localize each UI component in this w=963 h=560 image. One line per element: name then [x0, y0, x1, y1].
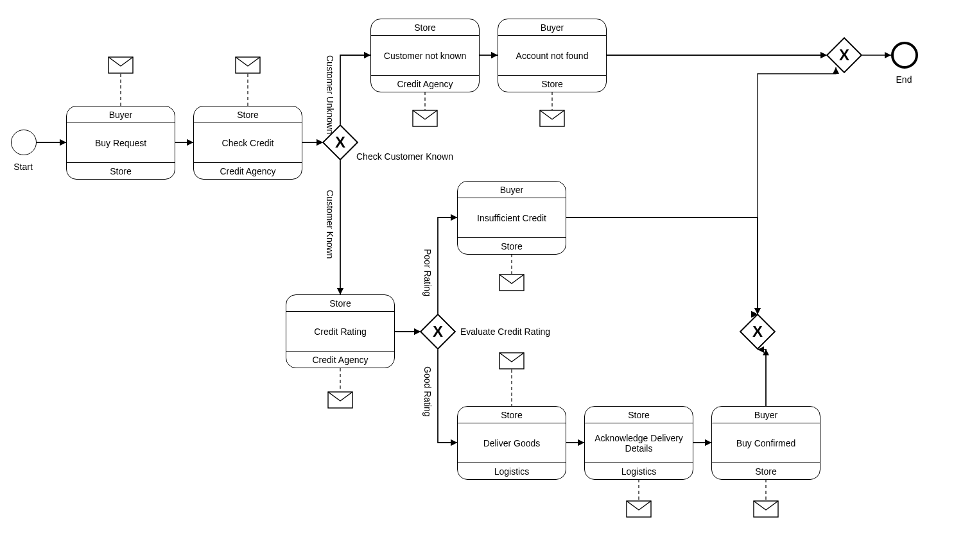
task-title: Buy Confirmed	[712, 423, 820, 462]
task-title: Insufficient Credit	[458, 198, 566, 237]
task-title: Account not found	[498, 36, 606, 75]
start-event	[11, 130, 37, 155]
task-title: Check Credit	[194, 123, 302, 162]
task-title: Acknowledge Delivery Details	[585, 423, 693, 462]
gateway-label-evaluate-credit: Evaluate Credit Rating	[460, 327, 550, 337]
task-buy-confirmed: Buyer Buy Confirmed Store	[711, 406, 820, 480]
task-check-credit: Store Check Credit Credit Agency	[193, 106, 302, 180]
task-account-not-found: Buyer Account not found Store	[498, 19, 607, 92]
task-title: Buy Request	[67, 123, 175, 162]
gateway-evaluate-credit-rating: X	[420, 314, 456, 350]
message-icon	[499, 352, 525, 369]
task-footer: Store	[458, 237, 566, 254]
message-icon	[108, 56, 134, 74]
task-header: Store	[286, 295, 394, 312]
task-footer: Credit Agency	[194, 162, 302, 179]
task-footer: Store	[498, 75, 606, 92]
flow-label-poor-rating: Poor Rating	[422, 237, 433, 308]
task-footer: Store	[712, 462, 820, 479]
task-customer-not-known: Store Customer not known Credit Agency	[370, 19, 480, 92]
message-icon	[327, 391, 353, 409]
message-icon	[626, 500, 652, 518]
task-footer: Logistics	[458, 462, 566, 479]
task-footer: Logistics	[585, 462, 693, 479]
task-credit-rating: Store Credit Rating Credit Agency	[286, 294, 395, 368]
message-icon	[539, 110, 565, 127]
task-header: Store	[458, 407, 566, 423]
task-ack-delivery: Store Acknowledge Delivery Details Logis…	[584, 406, 693, 480]
end-label: End	[885, 74, 923, 85]
task-header: Store	[585, 407, 693, 423]
message-icon	[499, 274, 525, 291]
gateway-merge-upper: X	[826, 37, 863, 74]
start-label: Start	[4, 162, 42, 172]
message-icon	[412, 110, 438, 127]
task-header: Buyer	[67, 106, 175, 123]
flow-label-good-rating: Good Rating	[422, 356, 433, 427]
task-insufficient-credit: Buyer Insufficient Credit Store	[457, 181, 566, 255]
task-header: Store	[371, 19, 479, 36]
task-title: Customer not known	[371, 36, 479, 75]
gateway-merge-lower: X	[740, 314, 776, 350]
task-header: Store	[194, 106, 302, 123]
gateway-label-check-customer: Check Customer Known	[356, 151, 453, 162]
bpmn-diagram: Start End Buyer Buy Request Store Store …	[0, 0, 963, 560]
task-header: Buyer	[712, 407, 820, 423]
task-footer: Credit Agency	[371, 75, 479, 92]
task-header: Buyer	[498, 19, 606, 36]
message-icon	[235, 56, 261, 74]
end-event	[891, 42, 918, 69]
task-title: Credit Rating	[286, 312, 394, 351]
flow-label-customer-unknown: Customer Unknown	[325, 55, 335, 125]
task-title: Deliver Goods	[458, 423, 566, 462]
task-footer: Store	[67, 162, 175, 179]
task-footer: Credit Agency	[286, 351, 394, 368]
message-icon	[753, 500, 779, 518]
task-buy-request: Buyer Buy Request Store	[66, 106, 175, 180]
task-deliver-goods: Store Deliver Goods Logistics	[457, 406, 566, 480]
flow-label-customer-known: Customer Known	[325, 176, 335, 273]
task-header: Buyer	[458, 182, 566, 198]
